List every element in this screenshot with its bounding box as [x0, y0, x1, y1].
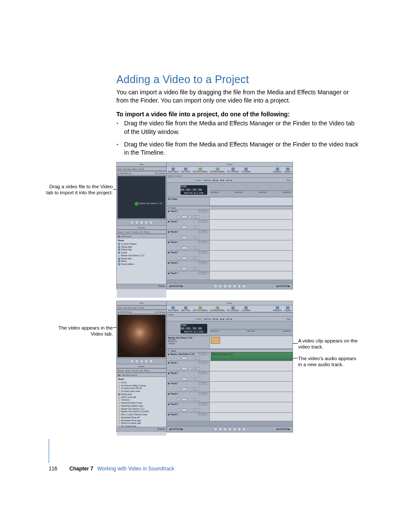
timeline-transport[interactable]: ◀ 0:00:00.00 ▶ ◀ 0:00:00.00 ▶: [167, 426, 293, 432]
audio-track[interactable]: ▶ Track 1 RMS Out 1: [167, 209, 293, 220]
step-item: Drag the video file from the Media and E…: [116, 119, 359, 136]
steps-list: Drag the video file from the Media and E…: [116, 119, 359, 157]
callout-left-2: The video appears in the Video tab.: [46, 325, 113, 337]
video-clip[interactable]: [211, 337, 220, 344]
utility-titlebar: Utility: [117, 162, 166, 167]
doc-tabs[interactable]: Untitled Untitled 2: [167, 174, 293, 178]
transport-controls[interactable]: [117, 219, 166, 225]
intro-paragraph: You can import a video file by dragging …: [116, 88, 359, 105]
audio-track[interactable]: ▶ Track 6 RMS Out 1: [167, 261, 293, 271]
chapter-title: Working with Video in Soundtrack: [97, 466, 174, 472]
audio-track[interactable]: ▶ Track 1 RMS Out 1: [167, 361, 293, 371]
timeline-transport[interactable]: ◀ 0:00:00.00 ▶ ◀ 0:00:00.00 ▶: [167, 283, 293, 289]
page-footer: 116 Chapter 7 Working with Video in Soun…: [49, 466, 174, 472]
audio-track[interactable]: ▶ Track 5 RMS Out 1: [167, 251, 293, 261]
video-track-empty[interactable]: No Video: [167, 197, 293, 206]
callout-right-bottom: The video's audio appears in a new audio…: [298, 355, 358, 368]
callout-left-1: Drag a video file to the Video tab to im…: [46, 184, 113, 196]
timeline-toolbar[interactable]: New Project New Track Add Time Marker Ad…: [167, 167, 293, 174]
audio-track[interactable]: ▶ Track 2 RMS Out 1: [167, 371, 293, 382]
video-preview-empty[interactable]: Master shot Debra 1 CU: [118, 176, 165, 218]
audio-track-with-clip[interactable]: ▶ Master shot Debra 1 CU RMS Out 1 Maste…: [167, 352, 293, 361]
screenshot-1: Utility Video Recording Meters Details ◀…: [116, 162, 293, 289]
audio-track[interactable]: ▶ Track 3 RMS Out 1: [167, 382, 293, 392]
timeline-titlebar: Untitled: [167, 162, 293, 167]
section-heading: Adding a Video to a Project: [116, 73, 359, 86]
control-row[interactable]: ♪ Read ♩ ◀ 120 ▶ ◀ 4/4 ▶ ◀ A ▶ ◀ 4:0 ▶ S…: [167, 178, 293, 183]
utility-titlebar: Utility: [117, 301, 166, 305]
video-tc-row: ◀0:00:18:00▶ Fit to Window: [117, 171, 166, 175]
timeline-titlebar: Editing: [167, 301, 293, 305]
favorites-dropdown[interactable]: ◀ ▶All Favorites: [117, 234, 166, 238]
timeline-ruler[interactable]: TIME 00:00:18:00 BEATS 10.1.036 0:00:00.…: [167, 183, 293, 197]
audio-clip[interactable]: Master shot Debra 1 CU: [211, 352, 293, 361]
tracks-header: ▼ Tracks: [167, 349, 293, 352]
lead-instruction: To import a video file into a project, d…: [116, 111, 359, 118]
page-number: 116: [49, 466, 57, 472]
video-tc-row: ◀00:00:23.00▶ Fit to Window: [117, 310, 166, 314]
browser-tabs[interactable]: Browser Search Favorites Bin Effects: [117, 368, 166, 373]
transport-controls[interactable]: [117, 358, 166, 364]
favorites-header: Favorites: [117, 225, 166, 230]
list-status-bar: 8 items: [117, 284, 166, 289]
audio-track[interactable]: ▶ Track 7 RMS: [167, 271, 293, 280]
utility-tabs[interactable]: Video Recording Meters Details: [117, 305, 166, 310]
list-status-bar: 22 items: [117, 427, 166, 432]
audio-track[interactable]: ▶ Track 2 RMS Out 1: [167, 220, 293, 230]
video-track[interactable]: Master shot Debra 1 CU 720 x 480 00:00:1…: [167, 336, 293, 349]
footer-rule: [49, 439, 49, 463]
utility-tabs[interactable]: Video Recording Meters Details: [117, 167, 166, 171]
audio-track[interactable]: ▶ Track 3 RMS Out 1: [167, 230, 293, 240]
video-preview[interactable]: [118, 315, 165, 357]
timeline-toolbar[interactable]: New Project New Track Add Time Marker Ad…: [167, 305, 293, 312]
path-dropdown[interactable]: ◀ ▶Soundtrack projects: [117, 373, 166, 377]
browser-tabs[interactable]: Browser Search Favorites Bin Effects: [117, 230, 166, 234]
audio-track[interactable]: ▶ Track 6 RMS: [167, 413, 293, 421]
audio-track[interactable]: ▶ Track 4 RMS Out 1: [167, 392, 293, 402]
timeline-ruler[interactable]: TIME 00:00:18:00 BEATS 10.1.036 0:00:10.…: [167, 321, 293, 336]
figure-1: Drag a video file to the Video tab to im…: [116, 162, 359, 289]
step-item: Drag the video file from the Media and E…: [116, 140, 359, 157]
drop-file-icon: Master shot Debra 1 CU: [135, 202, 149, 206]
audio-track[interactable]: ▶ Track 4 RMS Out 1: [167, 240, 293, 251]
tracks-header: ▼ Tracks: [167, 206, 293, 209]
browser-header: Browser: [117, 364, 166, 368]
screenshot-2: Utility Video Recording Meters Details ◀…: [116, 301, 293, 432]
control-row[interactable]: ♪ Read ♩ ◀ 120 ▶ ◀ 4/4 ▶ ◀ A ▶ ◀ 4:0 ▶ S…: [167, 317, 293, 321]
doc-tabs[interactable]: Untitled: [167, 312, 293, 317]
audio-track[interactable]: ▶ Track 5 RMS Out 1: [167, 402, 293, 413]
chapter-label: Chapter 7: [69, 466, 93, 472]
figure-2: The video appears in the Video tab. A vi…: [116, 301, 359, 432]
callout-right-top: A video clip appears on the video track.: [298, 338, 358, 350]
